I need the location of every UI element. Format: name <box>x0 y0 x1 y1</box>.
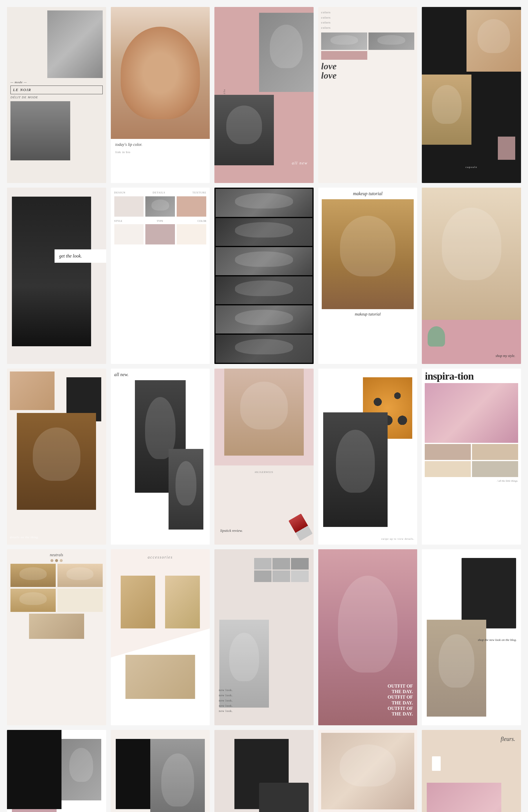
card-9-title-top: makeup tutorial <box>322 191 414 196</box>
card-13-hashtag: #KJAERWEIS <box>255 471 273 474</box>
card-7-header: DESIGN DETAILS TEXTURE <box>114 191 206 194</box>
card-16-image-grid <box>11 564 103 612</box>
card-7-grid-cell-3 <box>177 196 206 217</box>
card-4-colors-text: colorscolorscolorscolors <box>321 10 415 30</box>
card-17-title: accessories <box>148 555 173 560</box>
card-18-cell-6 <box>291 570 309 582</box>
card-details-on-the: details on the thing. <box>7 368 106 545</box>
card-16-earring-image <box>29 614 84 639</box>
card-15-image-grid <box>425 444 518 477</box>
card-11-details-text: details on the thing. <box>10 536 39 539</box>
card-16-dot-3 <box>60 559 63 562</box>
card-new-look: new look.new look.new look.new look.new … <box>214 549 314 725</box>
card-5-label: capsule <box>466 165 477 169</box>
card-5-pink-shape <box>498 136 515 160</box>
card-shop-style: shop my style. <box>422 188 521 364</box>
card-3-bottom-image <box>214 95 274 165</box>
card-7-bottom-cell-3 <box>177 224 206 245</box>
card-17-necklace-image <box>126 655 195 699</box>
card-13-pink-bg <box>214 368 314 465</box>
card-7-header-1: DESIGN <box>114 191 126 194</box>
card-15-flowers-image <box>425 383 518 443</box>
card-4-grid-cell-2 <box>369 32 415 50</box>
card-22-boot-image <box>116 739 151 809</box>
card-11-coat-image <box>17 413 96 510</box>
card-2-title: today's lip color. <box>111 139 210 150</box>
card-18-new-look-text: new look.new look.new look.new look.new … <box>219 687 233 714</box>
card-4-grid-cell-3 <box>321 51 367 60</box>
card-15-subtitle: / all the little things. <box>425 479 518 482</box>
card-abstract-black: @DESIGNLOVESHOP <box>7 730 106 812</box>
card-15-cell-2 <box>472 444 518 460</box>
card-7-footer: STYLE TYPE COLOR <box>114 219 206 222</box>
card-16-cell-2 <box>57 564 103 587</box>
card-12-title: all new. <box>114 372 206 377</box>
card-all-new-2: all new. <box>111 368 210 545</box>
card-18-cell-5 <box>272 570 290 582</box>
card-21-pink-patch <box>12 809 57 812</box>
card-all-new: details all new <box>214 7 314 183</box>
card-bleu-mood: Bleu de gris moodmoodmoodmoodmood <box>318 730 417 812</box>
card-swipe-up: swipe up to view details. <box>318 368 417 545</box>
card-7-footer-2: TYPE <box>157 219 163 222</box>
card-bags <box>214 730 314 812</box>
card-16-dot-1 <box>51 559 53 562</box>
card-ootd: OUTFIT OFTHE DAY.OUTFIT OFTHE DAY.OUTFIT… <box>318 549 417 725</box>
card-9-title-bottom: makeup tutorial <box>322 312 414 317</box>
card-sneak-peek: sneak peek coming soon. <box>111 730 210 812</box>
card-1-subtitle: — mode — <box>11 80 103 84</box>
card-16-cell-4 <box>57 589 103 612</box>
card-7-bottom-grid <box>114 224 206 245</box>
card-21-black-shape-1 <box>7 730 61 809</box>
card-15-cell-4 <box>472 461 518 477</box>
card-23-bag-2 <box>259 783 309 812</box>
card-1-top-image <box>47 11 103 78</box>
card-7-bottom-cell-2 <box>145 224 175 245</box>
card-neutrals: neutrals <box>7 549 106 725</box>
card-6-get-look-text: get the look. <box>55 249 106 263</box>
card-3-title: all new <box>292 161 308 165</box>
card-12-image-area <box>114 380 206 541</box>
card-10-dress-image <box>422 188 521 320</box>
card-5-top-image <box>467 10 521 72</box>
card-17-earring-2 <box>165 576 200 628</box>
card-20-model-image <box>427 620 486 716</box>
card-7-bottom-cell-1 <box>114 224 144 245</box>
card-18-cell-3 <box>291 558 309 569</box>
card-16-dots <box>11 559 103 562</box>
card-11-compact-image <box>10 372 55 410</box>
card-16-cell-3 <box>11 589 56 612</box>
card-lip-color: today's lip color. link in bio <box>111 7 210 183</box>
card-2-link[interactable]: link in bio <box>111 150 210 154</box>
card-8-film-2 <box>216 218 312 246</box>
card-15-title: inspira-tion <box>425 372 518 381</box>
template-grid: — mode — LE NOIR DÉLIT DE MODE today's l… <box>0 0 528 812</box>
card-16-dot-2 <box>55 559 58 562</box>
card-24-top-image <box>321 733 415 809</box>
card-12-outfit-small <box>169 449 204 530</box>
card-16-cell-1 <box>11 564 56 587</box>
card-7-footer-3: COLOR <box>198 219 206 222</box>
card-20-shop-text: shop the new look on the blog. <box>478 637 517 642</box>
card-25-price-tag <box>432 756 441 771</box>
card-19-ootd-text: OUTFIT OFTHE DAY.OUTFIT OFTHE DAY.OUTFIT… <box>388 683 413 716</box>
card-fleurs: fleurs. <box>422 730 521 812</box>
card-16-title: neutrals <box>11 553 103 557</box>
card-3-top-image <box>259 13 314 92</box>
card-10-shop-text: shop my style. <box>496 354 515 358</box>
card-20-bag-image <box>461 558 516 628</box>
card-get-the-look: get the look. <box>7 188 106 364</box>
card-8-film-3 <box>216 247 312 275</box>
card-4-image-grid <box>321 32 415 60</box>
card-7-grid-cell-1 <box>114 196 144 217</box>
card-makeup-tutorial: makeup tutorial makeup tutorial <box>318 188 417 364</box>
card-14-model-image <box>323 412 388 527</box>
card-8-film-1 <box>216 189 312 217</box>
card-inspiration: inspira-tion / all the little things. <box>422 368 521 545</box>
card-10-bag-image <box>428 326 445 347</box>
card-21-image-1 <box>61 739 101 801</box>
card-7-header-2: DETAILS <box>153 191 165 194</box>
card-18-cell-1 <box>254 558 272 569</box>
card-accessories: accessories <box>111 549 210 725</box>
card-4-grid-cell-1 <box>321 32 367 50</box>
